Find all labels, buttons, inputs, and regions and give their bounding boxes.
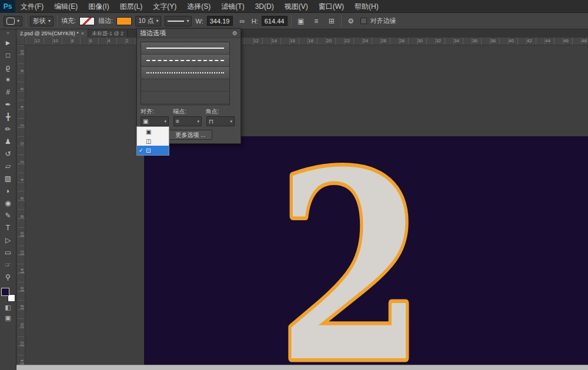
tool-mode-label: 形状 — [33, 16, 46, 25]
foreground-color-swatch[interactable] — [1, 288, 9, 296]
move-tool[interactable]: ► — [0, 36, 16, 49]
blur-tool[interactable]: ◗ — [0, 184, 16, 197]
stroke-option-combos: ▣▾≡▾⊓▾ — [141, 116, 235, 126]
quick-mask-icon[interactable]: ◧ — [0, 302, 16, 312]
stroke-style-select[interactable]: ▾ — [165, 16, 192, 26]
h-ruler-label: 30 — [417, 38, 423, 43]
stroke-style-row-dashed[interactable] — [141, 55, 229, 67]
width-input[interactable]: 344.19 — [207, 16, 233, 26]
stroke-align-outside-icon: ⊡ — [146, 147, 151, 154]
marquee-tool[interactable]: □ — [0, 49, 16, 61]
h-ruler-label: 46 — [563, 38, 569, 43]
collapse-panel-icon[interactable]: » — [0, 29, 16, 36]
menu-item-3D(D)[interactable]: 3D(D) — [250, 0, 279, 13]
document-tab[interactable]: 未标题-1 @ 2 — [88, 29, 128, 38]
stroke-align-inside[interactable]: ✓▣ — [137, 127, 169, 136]
clone-stamp-tool[interactable]: ♟ — [0, 135, 16, 147]
hand-tool[interactable]: ☞ — [0, 258, 16, 271]
chevron-down-icon: ▾ — [197, 119, 199, 124]
path-select-tool[interactable]: ▷ — [0, 234, 16, 246]
menu-item-视图(V)[interactable]: 视图(V) — [279, 0, 313, 13]
color-control[interactable] — [1, 288, 15, 302]
pasteboard: 2 — [25, 45, 588, 365]
stroke-style-preview — [146, 60, 224, 61]
zoom-tool[interactable]: ⚲ — [0, 271, 16, 283]
history-brush-tool[interactable]: ↺ — [0, 147, 16, 160]
stroke-width-field[interactable]: 10 点 ▾ — [135, 16, 161, 26]
menu-item-图层(L)[interactable]: 图层(L) — [115, 0, 148, 13]
lasso-tool[interactable]: ϱ — [0, 61, 16, 73]
marquee-tool-icon: □ — [6, 51, 10, 59]
caps-combo[interactable]: ≡▾ — [173, 116, 202, 126]
h-ruler-label: 18 — [308, 38, 313, 43]
chevron-down-icon: ▾ — [230, 119, 232, 124]
align-edges-checkbox[interactable] — [360, 18, 367, 24]
eraser-tool[interactable]: ▱ — [0, 160, 16, 172]
align-label: 对齐: — [141, 107, 173, 116]
v-ruler-label: 10 — [19, 231, 25, 238]
gear-icon[interactable]: ⚙ — [345, 16, 357, 26]
stroke-align-flyout: ✓▣✓◫✓⊡ — [136, 126, 169, 156]
path-arrangement-icon[interactable]: ⊞ — [326, 16, 338, 26]
magic-wand-tool[interactable]: ✶ — [0, 73, 16, 86]
stroke-style-row-empty[interactable] — [141, 92, 229, 104]
menu-item-文件(F)[interactable]: 文件(F) — [15, 0, 49, 13]
stroke-swatch[interactable] — [116, 17, 132, 25]
photoshop-logo: Ps — [0, 0, 15, 13]
more-options-button[interactable]: 更多选项 ... — [169, 130, 212, 140]
brush-tool[interactable]: ✏ — [0, 123, 16, 135]
fill-swatch[interactable] — [79, 17, 95, 25]
menu-item-帮助(H)[interactable]: 帮助(H) — [349, 0, 384, 13]
chevron-down-icon: ▾ — [164, 119, 166, 124]
tool-mode-select[interactable]: 形状 ▾ — [30, 16, 54, 26]
menu-item-滤镜(T)[interactable]: 滤镜(T) — [216, 0, 249, 13]
menu-item-编辑(E)[interactable]: 编辑(E) — [49, 0, 83, 13]
crop-tool[interactable]: # — [0, 86, 16, 98]
stroke-align-outside[interactable]: ✓⊡ — [137, 146, 169, 155]
screen-mode-icon[interactable]: ▣ — [0, 312, 16, 323]
shape-tool[interactable]: ▭ — [0, 246, 16, 258]
corners-combo[interactable]: ⊓▾ — [206, 116, 235, 126]
gradient-tool[interactable]: ▨ — [0, 172, 16, 184]
h-ruler-label: 40 — [509, 38, 514, 43]
type-tool[interactable]: T — [0, 221, 16, 234]
menu-item-窗口(W)[interactable]: 窗口(W) — [313, 0, 349, 13]
chevron-down-icon: ▾ — [186, 18, 189, 23]
path-operations-icon[interactable]: ▣ — [295, 16, 307, 26]
h-ruler-label: 38 — [490, 38, 496, 43]
zoom-tool-icon: ⚲ — [5, 273, 11, 281]
h-ruler-label: 10 — [53, 38, 58, 43]
options-bar: ▾ 形状 ▾ 填充: 描边: 10 点 ▾ ▾ W: 344.19 ∞ H: 6… — [0, 13, 588, 29]
eyedropper-tool[interactable]: ✒ — [0, 98, 16, 110]
pen-tool[interactable]: ✎ — [0, 209, 16, 221]
h-ruler-label: 42 — [527, 38, 532, 43]
tool-preset-picker[interactable]: ▾ — [4, 16, 22, 26]
close-icon[interactable]: × — [81, 31, 84, 36]
menu-items: 文件(F)编辑(E)图像(I)图层(L)文字(Y)选择(S)滤镜(T)3D(D)… — [15, 0, 384, 13]
pen-tool-icon: ✎ — [5, 211, 11, 220]
horizontal-ruler: 1210864202468101214161820222426283032343… — [25, 38, 588, 45]
blur-tool-icon: ◗ — [6, 187, 10, 195]
dodge-tool[interactable]: ◉ — [0, 197, 16, 209]
stroke-align-inside-icon: ▣ — [146, 129, 151, 135]
healing-brush-tool[interactable]: ╋ — [0, 110, 16, 123]
document-canvas[interactable]: 2 — [144, 136, 588, 365]
link-wh-icon[interactable]: ∞ — [236, 16, 248, 26]
menu-item-选择(S)[interactable]: 选择(S) — [182, 0, 216, 13]
stroke-style-row-empty[interactable] — [141, 79, 229, 92]
stroke-style-row-solid[interactable] — [141, 42, 229, 55]
document-tab-active[interactable]: 2.psd @ 25%(CMYK/8) * × — [16, 29, 88, 38]
stroke-style-row-dotted[interactable] — [141, 67, 229, 79]
menu-item-图像(I)[interactable]: 图像(I) — [83, 0, 114, 13]
stroke-option-labels: 对齐: 端点: 角点: — [141, 107, 238, 116]
tool-list: ►□ϱ✶#✒╋✏♟↺▱▨◗◉✎T▷▭☞⚲ — [0, 36, 16, 283]
menu-item-文字(Y)[interactable]: 文字(Y) — [148, 0, 182, 13]
eyedropper-tool-icon: ✒ — [5, 100, 11, 109]
gear-icon[interactable]: ⚙ — [232, 30, 238, 36]
path-alignment-icon[interactable]: ≡ — [310, 16, 322, 26]
stroke-width-value: 10 点 — [138, 16, 153, 25]
height-input[interactable]: 614.44 — [262, 16, 288, 26]
h-ruler-label: 36 — [472, 38, 477, 43]
align-combo[interactable]: ▣▾ — [141, 116, 169, 126]
stroke-align-center[interactable]: ✓◫ — [137, 136, 169, 146]
